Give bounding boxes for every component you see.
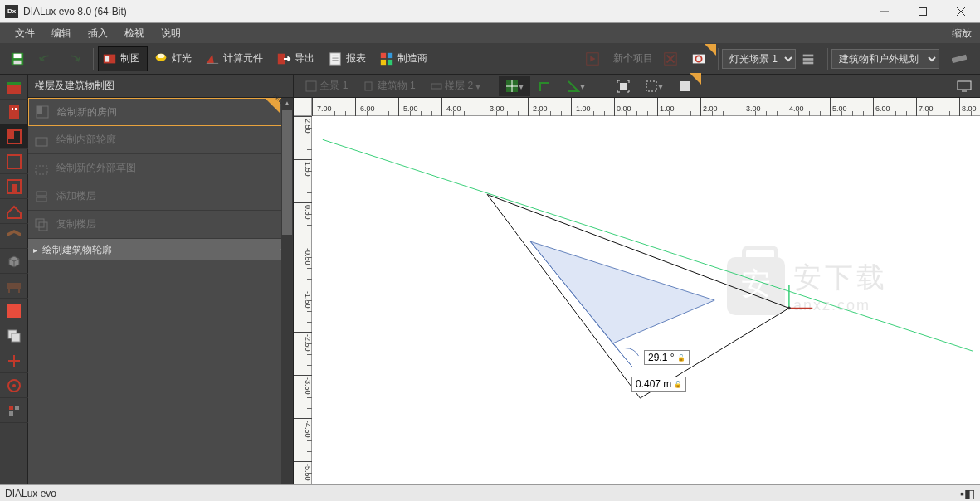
maximize-button[interactable] [904, 0, 942, 23]
length-readout[interactable]: 0.407 m🔓 [631, 377, 686, 392]
vtool-floor[interactable] [0, 124, 28, 149]
svg-rect-38 [7, 155, 21, 168]
view-new-button[interactable] [671, 76, 698, 96]
viewport[interactable]: -7.00 -6.00 -5.00 -4.00 -3.00 -2.00 -1.0… [294, 98, 980, 484]
menu-edit[interactable]: 编辑 [43, 23, 80, 43]
vtool-opening[interactable] [0, 174, 28, 199]
tab-drawing[interactable]: 制图 [98, 46, 148, 71]
vtool-site[interactable] [0, 75, 28, 100]
vtool-assist[interactable] [0, 348, 28, 373]
scroll-thumb[interactable] [282, 110, 292, 235]
sidebar-item-copy-floor[interactable]: 复制楼层 [28, 211, 293, 239]
sidebar-header: 楼层及建筑物制图 [28, 75, 293, 98]
vtool-room[interactable] [0, 149, 28, 174]
vtool-ceiling[interactable] [0, 224, 28, 249]
drawing-svg [312, 116, 980, 484]
menu-insert[interactable]: 插入 [80, 23, 116, 43]
mode-select[interactable]: 建筑物和户外规划 [831, 49, 939, 69]
svg-marker-75 [530, 241, 714, 343]
vtool-more[interactable] [0, 398, 28, 423]
svg-rect-71 [958, 81, 971, 90]
tab-export[interactable]: 导出 [272, 46, 322, 71]
svg-rect-44 [7, 304, 21, 318]
window-title: DIALux evo 8.0 (64-Bit) [23, 6, 865, 17]
project-settings-button[interactable] [687, 46, 714, 71]
snap-grid-button[interactable]: ▾ [499, 76, 530, 96]
svg-rect-6 [14, 60, 22, 64]
room-icon [36, 105, 49, 119]
sidebar-item-label: 添加楼层 [56, 189, 96, 203]
new-badge [266, 99, 280, 114]
menu-file[interactable]: 文件 [7, 23, 43, 43]
undo-button[interactable] [34, 46, 61, 71]
ruler-horizontal: -7.00 -6.00 -5.00 -4.00 -3.00 -2.00 -1.0… [312, 98, 980, 116]
status-bar: DIALux evo ▪◧ [0, 484, 980, 501]
tab-calc[interactable]: 计算元件 [201, 46, 271, 71]
sidebar-scrollbar[interactable]: ▲ [281, 98, 293, 484]
svg-rect-32 [7, 82, 21, 85]
svg-rect-33 [9, 105, 19, 119]
vtool-building[interactable] [0, 100, 28, 124]
svg-rect-34 [12, 108, 13, 110]
svg-rect-70 [680, 81, 690, 91]
tab-export-label: 导出 [295, 51, 314, 66]
sidebar-section-building-contour[interactable]: ▸ 绘制建筑物轮廓 ⊸ [28, 239, 293, 260]
status-tray-icon[interactable]: ▪◧ [960, 487, 975, 500]
minimize-button[interactable] [865, 0, 904, 23]
svg-rect-68 [620, 83, 627, 90]
sidebar-item-label: 复制楼层 [56, 217, 96, 231]
svg-rect-43 [18, 289, 20, 293]
sidebar-item-inner-contour[interactable]: 绘制内部轮廓 [28, 126, 293, 154]
ruler-vertical: 2.50 1.50 0.50 -0.50 -1.50 -2.50 -3.50 -… [294, 116, 312, 484]
view-floor[interactable]: 楼层 2 ▾ [424, 76, 488, 96]
tab-report-label: 报表 [346, 51, 366, 66]
svg-rect-61 [39, 222, 47, 231]
tab-report[interactable]: 报表 [324, 46, 373, 71]
vtool-furniture[interactable] [0, 274, 28, 299]
vtool-target[interactable] [0, 373, 28, 398]
tab-manufacturer-label: 制造商 [397, 51, 427, 66]
scroll-up-button[interactable]: ▲ [281, 98, 293, 109]
angle-readout[interactable]: 29.1 °🔓 [644, 350, 690, 365]
svg-rect-60 [36, 219, 44, 227]
monitor-button[interactable] [950, 76, 978, 96]
sidebar-item-add-floor[interactable]: 添加楼层 [28, 182, 293, 211]
vtool-color[interactable] [0, 299, 28, 323]
svg-rect-5 [14, 53, 22, 57]
vtool-roof[interactable] [0, 199, 28, 224]
redo-button[interactable] [62, 46, 89, 71]
svg-rect-57 [36, 166, 47, 174]
add-floor-icon [35, 190, 48, 203]
view-fullscene[interactable]: 全景 1 [299, 76, 354, 96]
zoom-region-button[interactable]: ▾ [638, 76, 670, 96]
scene-select[interactable]: 灯光场景 1 [722, 49, 796, 69]
menu-zoom[interactable]: 缩放 [943, 23, 980, 43]
tab-manufacturer[interactable]: 制造商 [375, 46, 435, 71]
contour-icon [35, 134, 48, 147]
scene-list-button[interactable] [797, 46, 823, 71]
vtool-cube[interactable] [0, 249, 28, 274]
sidebar: 楼层及建筑物制图 绘制新的房间 绘制内部轮廓 绘制新的外部草图 添加楼层 复 [28, 75, 294, 484]
sidebar-item-outer-sketch[interactable]: 绘制新的外部草图 [28, 154, 293, 182]
menu-help[interactable]: 说明 [153, 23, 189, 43]
svg-rect-58 [37, 192, 46, 196]
project-play-button[interactable] [581, 46, 607, 71]
svg-rect-62 [306, 81, 316, 91]
zoom-fit-button[interactable] [610, 76, 636, 96]
ruler-toggle-button[interactable] [948, 46, 974, 71]
project-delete-button[interactable] [659, 46, 685, 71]
menu-view[interactable]: 检视 [116, 23, 153, 43]
svg-point-80 [787, 307, 791, 310]
vtool-copy[interactable] [0, 323, 28, 348]
svg-rect-42 [8, 289, 10, 293]
snap-angle-button[interactable]: ▾ [560, 76, 592, 96]
svg-rect-20 [388, 59, 392, 64]
view-building[interactable]: 建筑物 1 [356, 76, 422, 96]
tab-light[interactable]: 灯光 [149, 46, 199, 71]
save-button[interactable] [6, 46, 32, 71]
sidebar-item-new-room[interactable]: 绘制新的房间 [28, 98, 293, 126]
close-button[interactable] [942, 0, 980, 23]
svg-rect-1 [919, 7, 927, 15]
snap-ortho-button[interactable] [532, 76, 558, 96]
drawing-surface[interactable]: 安下载anxz.com [312, 116, 980, 484]
